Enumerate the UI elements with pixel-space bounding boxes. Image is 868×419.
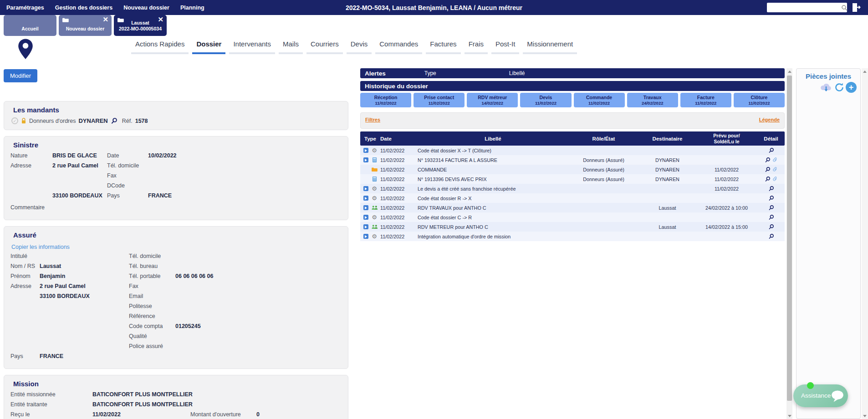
cloud-download-icon[interactable] (819, 82, 833, 93)
tab-post-it[interactable]: Post-It (491, 40, 519, 54)
dcode-label: DCode (107, 182, 148, 189)
add-piece-jointe-icon[interactable]: + (846, 82, 857, 93)
paperclip-icon[interactable] (772, 157, 778, 163)
tab-factures[interactable]: Factures (426, 40, 460, 54)
table-row[interactable]: 11/02/2022 N° 1932314 FACTURE A L ASSURE… (360, 155, 785, 165)
tab-missionnement[interactable]: Missionnement (523, 40, 577, 54)
expand-icon[interactable] (363, 234, 368, 239)
recu-le-label: Reçu le (10, 411, 92, 418)
date-label: Date (107, 152, 148, 159)
adresse-label: Adresse (10, 162, 52, 169)
magnifier-icon[interactable] (768, 214, 774, 220)
card-mission: Mission Entité missionnéeBATICONFORT PLU… (4, 375, 348, 419)
menu-nouveau-dossier[interactable]: Nouveau dossier (123, 5, 169, 11)
search-input[interactable] (767, 4, 841, 11)
timeline-step-facture[interactable]: Facture11/02/2022 (680, 93, 731, 107)
refresh-icon[interactable] (834, 82, 845, 93)
global-search (767, 3, 847, 12)
modifier-button[interactable]: Modifier (4, 69, 37, 82)
recu-le-value: 11/02/2022 (92, 411, 190, 418)
paperclip-icon[interactable] (772, 167, 778, 172)
copier-informations-link[interactable]: Copier les informations (11, 244, 70, 250)
expand-icon[interactable] (363, 186, 368, 191)
pays-label: Pays (10, 353, 40, 359)
timeline-step-devis[interactable]: Devis11/02/2022 (520, 93, 571, 107)
magnifier-icon[interactable] (768, 186, 774, 192)
pays-label: Pays (107, 192, 148, 199)
table-row[interactable]: 11/02/2022 RDV METREUR pour ANTHO C Laus… (360, 222, 785, 232)
filtres-link[interactable]: Filtres (365, 117, 380, 122)
assistance-button[interactable]: Assistance (793, 384, 848, 407)
scroll-up-arrow[interactable] (786, 68, 792, 75)
window-tab-nouveau-dossier[interactable]: ✕ Nouveau dossier (59, 15, 112, 36)
close-icon[interactable]: ✕ (102, 16, 108, 23)
tab-courriers[interactable]: Courriers (306, 40, 343, 54)
location-pin-icon[interactable] (17, 38, 34, 60)
close-icon[interactable]: ✕ (158, 16, 163, 23)
logout-icon[interactable] (851, 2, 862, 13)
table-row[interactable]: ⚙ 11/02/2022 Code état dossier X -> T (C… (360, 146, 785, 155)
history-scrollbar[interactable] (786, 68, 792, 419)
menu-parametrages[interactable]: Paramétrages (6, 5, 44, 11)
legende-link[interactable]: Légende (759, 117, 780, 122)
scrollbar-thumb[interactable] (787, 76, 792, 401)
magnifier-icon[interactable] (768, 233, 774, 239)
timeline-step-rdv-metreur[interactable]: RDV métreur14/02/2022 (467, 93, 518, 107)
expand-icon[interactable] (363, 215, 368, 220)
table-row[interactable]: 11/02/2022 COMMANDE Donneurs (Assuré) DY… (360, 165, 785, 174)
timeline-step-commande[interactable]: Commande11/02/2022 (574, 93, 625, 107)
timeline-step-cloture[interactable]: Clôture11/02/2022 (734, 93, 785, 107)
table-row[interactable]: ⚙ 11/02/2022 Le devis a été créé sans fr… (360, 184, 785, 193)
table-row[interactable]: ⚙ 11/02/2022 Code état dossier R -> X (360, 193, 785, 203)
tab-label: Accueil (21, 26, 38, 32)
magnifier-icon[interactable] (765, 176, 771, 182)
page-tabs: Actions Rapides Dossier Intervenants Mai… (131, 40, 577, 54)
table-row[interactable]: 11/02/2022 RDV TRAVAUX pour ANTHO C Laus… (360, 203, 785, 212)
ref-label: Réf. (122, 118, 133, 124)
scroll-down-arrow[interactable] (786, 413, 792, 419)
table-row[interactable]: ⚙ 11/02/2022 Intégration automatique d'o… (360, 232, 785, 241)
tab-commandes[interactable]: Commandes (375, 40, 422, 54)
magnifier-icon[interactable] (768, 205, 774, 211)
mandant-role-label: Donneurs d'ordres (29, 118, 76, 124)
historique-header: Historique du dossier (360, 81, 785, 91)
magnifier-icon[interactable] (111, 117, 117, 124)
timeline-step-prise-contact[interactable]: Prise contact11/02/2022 (414, 93, 465, 107)
magnifier-icon[interactable] (765, 167, 771, 172)
gear-icon: ⚙ (372, 214, 377, 220)
expand-icon[interactable] (363, 196, 368, 201)
expand-icon[interactable] (363, 148, 368, 153)
search-icon[interactable] (841, 5, 848, 11)
expand-icon[interactable] (363, 205, 368, 210)
gear-icon: ⚙ (372, 186, 377, 192)
check-circle-icon: ✓ (11, 117, 18, 124)
col-date: Date (380, 136, 418, 141)
table-row[interactable]: 11/02/2022 N° 1913396 DEVIS AVEC PRIX Do… (360, 174, 785, 184)
tab-devis[interactable]: Devis (347, 40, 372, 54)
tab-actions-rapides[interactable]: Actions Rapides (131, 40, 189, 54)
magnifier-icon[interactable] (768, 224, 774, 230)
timeline-step-travaux[interactable]: Travaux24/02/2022 (627, 93, 678, 107)
menu-gestion-dossiers[interactable]: Gestion des dossiers (55, 5, 112, 11)
table-row[interactable]: ⚙ 11/02/2022 Code état dossier C -> R (360, 212, 785, 222)
scroll-down-arrow[interactable] (862, 413, 868, 419)
card-sinistre: Sinistre NatureBRIS DE GLACEDate10/02/20… (4, 136, 348, 220)
tab-frais[interactable]: Frais (465, 40, 488, 54)
window-tab-accueil[interactable]: Accueil (4, 15, 56, 36)
menu-planning[interactable]: Planning (180, 5, 204, 11)
scroll-up-arrow[interactable] (862, 68, 868, 75)
paperclip-icon[interactable] (772, 176, 778, 182)
tab-mails[interactable]: Mails (279, 40, 303, 54)
expand-icon[interactable] (363, 224, 368, 229)
window-tab-laussat[interactable]: ✕ Laussat 2022-MO-00005034 (114, 15, 167, 36)
timeline-step-reception[interactable]: Réception11/02/2022 (360, 93, 411, 107)
expand-icon[interactable] (363, 157, 368, 162)
tab-dossier[interactable]: Dossier (192, 40, 225, 54)
pieces-scrollbar[interactable] (862, 68, 868, 419)
magnifier-icon[interactable] (768, 147, 774, 153)
magnifier-icon[interactable] (768, 195, 774, 201)
tab-intervenants[interactable]: Intervenants (229, 40, 275, 54)
history-table-body: ⚙ 11/02/2022 Code état dossier X -> T (C… (360, 146, 785, 241)
magnifier-icon[interactable] (765, 157, 771, 163)
fax-label: Fax (129, 283, 175, 289)
